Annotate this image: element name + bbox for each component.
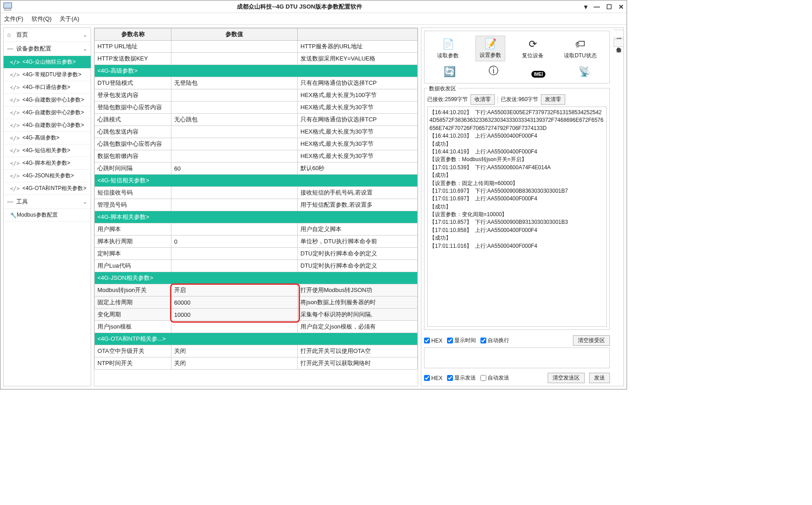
- param-value[interactable]: [171, 102, 298, 114]
- sidebar-item-6[interactable]: </><4G-高级参数>: [4, 132, 91, 144]
- antenna-icon[interactable]: 📡: [578, 66, 591, 78]
- param-name: 用户脚本: [95, 223, 171, 236]
- menu-about[interactable]: 关于(A): [60, 15, 79, 23]
- info-icon[interactable]: ⓘ: [489, 64, 498, 78]
- read-params-button[interactable]: 📄 读取参数: [434, 37, 462, 61]
- param-value[interactable]: [171, 199, 298, 211]
- reset-device-button[interactable]: ⟳ 复位设备: [518, 37, 547, 61]
- read-status-button[interactable]: 🏷 读取DTU状态: [560, 37, 600, 61]
- sidebar-modbus[interactable]: 🔧 Modbus参数配置: [4, 209, 91, 222]
- menu-file[interactable]: 文件(F): [4, 15, 23, 23]
- param-row[interactable]: 管理员号码用于短信配置参数,若设置多: [95, 199, 418, 211]
- rx-showtime-checkbox[interactable]: 显示时间: [447, 337, 476, 344]
- param-desc: 用于短信配置参数,若设置多: [298, 199, 418, 211]
- param-row[interactable]: DTU登陆模式无登陆包只有在网络通信协议选择TCP: [95, 77, 418, 89]
- param-value[interactable]: [171, 138, 298, 150]
- sidebar-item-8[interactable]: </><4G-脚本相关参数>: [4, 157, 91, 170]
- param-value[interactable]: [171, 187, 298, 199]
- param-row[interactable]: 心跳包数据中心应答内容HEX格式,最大长度为30字节: [95, 138, 418, 150]
- sidebar-item-2[interactable]: </><4G-串口通信参数>: [4, 81, 91, 94]
- tx-showsend-checkbox[interactable]: 显示发送: [447, 374, 476, 382]
- param-row[interactable]: NTP时间开关关闭打开此开关可以获取网络时: [95, 357, 418, 370]
- minimize-button[interactable]: —: [594, 3, 600, 10]
- sidebar-item-3[interactable]: </><4G-自建数据中心1参数>: [4, 94, 91, 107]
- log-output[interactable]: 【16:44:10.202】 下行:AA55003E005E2F7379732F…: [427, 107, 607, 327]
- menu-software[interactable]: 软件(Q): [32, 15, 52, 23]
- tx-hex-checkbox[interactable]: HEX: [424, 375, 443, 381]
- param-row[interactable]: OTA空中升级开关关闭打开此开关可以使用OTA空: [95, 345, 418, 357]
- rx-autowrap-checkbox[interactable]: 自动换行: [480, 337, 509, 344]
- param-name: 心跳模式: [95, 114, 171, 126]
- set-params-button[interactable]: 📝 设置参数: [475, 36, 505, 61]
- rx-hex-checkbox[interactable]: HEX: [424, 338, 443, 344]
- sidebar-device-params[interactable]: —设备参数配置 ⌄: [4, 42, 91, 56]
- send-button[interactable]: 发送: [589, 373, 610, 383]
- param-value[interactable]: 无心跳包: [171, 114, 298, 126]
- param-value[interactable]: 关闭: [171, 357, 298, 370]
- param-row[interactable]: 用户脚本用户自定义脚本: [95, 223, 418, 236]
- tx-autosend-checkbox[interactable]: 自动发送: [480, 374, 509, 382]
- param-row[interactable]: HTTP发送数据KEY发送数据采用KEY=VALUE格: [95, 53, 418, 65]
- param-row[interactable]: HTTP URL地址HTTP服务器的URL地址: [95, 41, 418, 53]
- param-desc: 默认60秒: [298, 162, 418, 175]
- param-value[interactable]: [171, 260, 298, 272]
- param-row[interactable]: 变化周期10000采集每个标识符的时间间隔,: [95, 309, 418, 321]
- param-value[interactable]: [171, 150, 298, 162]
- param-value[interactable]: 关闭: [171, 345, 298, 357]
- dropdown-icon[interactable]: ▾: [584, 3, 587, 10]
- param-row[interactable]: 数据包前缀内容HEX格式,最大长度为30字节: [95, 150, 418, 162]
- param-value[interactable]: [171, 321, 298, 333]
- clear-tx-button[interactable]: 清空发送区: [548, 373, 585, 383]
- code-icon: </>: [10, 59, 20, 65]
- param-name: 心跳包发送内容: [95, 126, 171, 138]
- param-row[interactable]: 短信接收号码接收短信的手机号码,若设置: [95, 187, 418, 199]
- param-row[interactable]: 用户Lua代码DTU定时执行脚本命令的定义: [95, 260, 418, 272]
- param-value[interactable]: 0: [171, 236, 298, 248]
- tab-cmd-set[interactable]: 命令集: [614, 39, 624, 47]
- sidebar-home[interactable]: ⌂首页 ⌄: [4, 28, 91, 42]
- sidebar-item-7[interactable]: </><4G-短信相关参数>: [4, 144, 91, 157]
- maximize-button[interactable]: ☐: [606, 3, 612, 10]
- param-row[interactable]: 定时脚本DTU定时执行脚本命令的定义: [95, 248, 418, 260]
- param-value[interactable]: 开启: [171, 284, 298, 297]
- param-value[interactable]: 60000: [171, 297, 298, 309]
- param-value[interactable]: [171, 248, 298, 260]
- clear-rx-button[interactable]: 清空接受区: [573, 335, 610, 346]
- sidebar-item-9[interactable]: </><4G-JSON相关参数>: [4, 170, 91, 182]
- param-value[interactable]: [171, 89, 298, 102]
- param-row[interactable]: 脚本执行周期0单位秒，DTU执行脚本命令前: [95, 236, 418, 248]
- param-table-container: 参数名称 参数值 HTTP URL地址HTTP服务器的URL地址HTTP发送数据…: [94, 28, 418, 386]
- titlebar: 成都众山科技--4G DTU JSON版本参数配置软件 ▾ — ☐ ✕: [0, 0, 627, 13]
- param-row[interactable]: 登录包发送内容HEX格式,最大长度为100字节: [95, 89, 418, 102]
- tx-input[interactable]: [424, 347, 610, 368]
- param-row[interactable]: 用户json模板用户自定义json模板，必须有: [95, 321, 418, 333]
- param-row[interactable]: 固定上传周期60000将json数据上传到服务器的时: [95, 297, 418, 309]
- param-value[interactable]: 10000: [171, 309, 298, 321]
- close-button[interactable]: ✕: [618, 3, 624, 10]
- param-row[interactable]: 心跳包发送内容HEX格式,最大长度为30字节: [95, 126, 418, 138]
- param-row[interactable]: 登陆包数据中心应答内容HEX格式,最大长度为30字节: [95, 102, 418, 114]
- param-value[interactable]: [171, 41, 298, 53]
- param-value[interactable]: [171, 126, 298, 138]
- sidebar-item-0[interactable]: </><4G-众山物联云参数>: [4, 56, 91, 69]
- sidebar-item-10[interactable]: </><4G-OTA和NTP相关参数>: [4, 182, 91, 195]
- chevron-down-icon: ⌄: [83, 199, 87, 205]
- param-row[interactable]: 心跳模式无心跳包只有在网络通信协议选择TCP: [95, 114, 418, 126]
- param-value[interactable]: [171, 223, 298, 236]
- param-row[interactable]: Modbus转json开关开启打开使用Modbus转JSON功: [95, 284, 418, 297]
- sidebar-item-5[interactable]: </><4G-自建数据中心3参数>: [4, 119, 91, 132]
- sidebar-item-1[interactable]: </><4G-常规DTU登录参数>: [4, 69, 91, 81]
- imei-icon[interactable]: IMEI: [531, 71, 545, 78]
- param-value[interactable]: [171, 53, 298, 65]
- rx-clear-button[interactable]: 收清零: [471, 94, 495, 105]
- param-value[interactable]: 无登陆包: [171, 77, 298, 89]
- tab-config-mode[interactable]: 配置方式: [614, 30, 624, 38]
- sidebar-item-4[interactable]: </><4G-自建数据中心2参数>: [4, 107, 91, 119]
- refresh-doc-icon: 📄: [442, 38, 454, 50]
- param-row[interactable]: 心跳时间间隔60默认60秒: [95, 162, 418, 175]
- sidebar-tools[interactable]: —工具 ⌄: [4, 195, 91, 209]
- tx-clear-button[interactable]: 发清零: [541, 94, 565, 105]
- param-value[interactable]: 60: [171, 162, 298, 175]
- sidebar: ⌂首页 ⌄ —设备参数配置 ⌄ </><4G-众山物联云参数></><4G-常规…: [3, 28, 91, 386]
- sync-icon[interactable]: 🔄: [443, 66, 456, 78]
